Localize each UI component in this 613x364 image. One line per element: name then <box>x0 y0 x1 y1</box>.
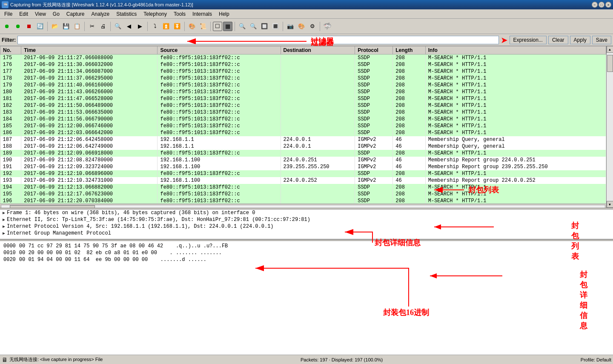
table-cell: 2017-06-09 21:12:06.642749000 <box>21 143 158 150</box>
table-row[interactable]: 1912017-06-09 21:12:09.323724000192.168.… <box>0 163 606 170</box>
half-view-button[interactable]: ▦ <box>223 22 232 31</box>
minimize-button[interactable]: − <box>592 2 598 8</box>
filter-input[interactable] <box>17 36 498 44</box>
preferences-button[interactable]: ⚙ <box>307 21 318 32</box>
table-row[interactable]: 1892017-06-09 21:12:09.066918000fe80::f9… <box>0 150 606 157</box>
h-scrollbar[interactable] <box>1 205 605 208</box>
close-button[interactable]: × <box>605 2 611 8</box>
table-row[interactable]: 1862017-06-09 21:12:03.066642000fe80::f9… <box>0 129 606 136</box>
table-row[interactable]: 1932017-06-09 21:12:10.324731000192.168.… <box>0 177 606 184</box>
table-row[interactable]: 1792017-06-09 21:11:40.066160000fe80::f9… <box>0 82 606 89</box>
menu-analyze[interactable]: Analyze <box>88 10 113 18</box>
table-cell: 176 <box>0 61 21 68</box>
zoom-100-button[interactable]: 🔲 <box>259 21 269 32</box>
table-row[interactable]: 1942017-06-09 21:12:13.066882000fe80::f9… <box>0 184 606 191</box>
menu-statistics[interactable]: Statistics <box>113 10 140 18</box>
table-row[interactable]: 1832017-06-09 21:11:53.066635000fe80::f9… <box>0 109 606 116</box>
table-row[interactable]: 1752017-06-09 21:11:27.066088000fe80::f9… <box>0 54 606 62</box>
scroll-up-button[interactable]: ▲ <box>607 46 613 53</box>
table-cell: fe80::f9f5:1013:183ff02::c <box>158 123 281 129</box>
zoom-in-button[interactable]: 🔍 <box>237 21 247 32</box>
print-button[interactable]: 🖨 <box>98 21 108 32</box>
table-row[interactable]: 1882017-06-09 21:12:06.642749000192.168.… <box>0 143 606 150</box>
table-row[interactable]: 1812017-06-09 21:11:47.066528000fe80::f9… <box>0 95 606 102</box>
close-file-button[interactable]: 📋 <box>72 21 82 32</box>
packet-list-scroll[interactable]: No. Time Source Destination Protocol Len… <box>0 46 606 203</box>
table-row[interactable]: 1762017-06-09 21:11:30.066032000fe80::f9… <box>0 61 606 68</box>
detail-ethernet-text: Ethernet II, Src: Tp-LinkT_75:3f:ae (14:… <box>7 217 310 223</box>
table-row[interactable]: 1782017-06-09 21:11:37.066295000fe80::f9… <box>0 75 606 82</box>
title-bar: 🦈 Capturing from 无线网络连接 [Wireshark 1.12.… <box>0 0 613 9</box>
scroll-thumb[interactable] <box>607 55 613 72</box>
zoom-fit-button[interactable]: 🔳 <box>270 21 281 32</box>
prev-button[interactable]: ◀ <box>124 21 134 32</box>
table-row[interactable]: 1852017-06-09 21:12:00.066746000fe80::f9… <box>0 123 606 129</box>
apply-button[interactable]: Apply <box>570 36 590 44</box>
table-cell: 224.0.0.251 <box>281 157 355 163</box>
expand-icon-igmp[interactable]: ▶ <box>3 231 5 236</box>
scroll-down-button[interactable]: ▼ <box>607 201 613 208</box>
table-row[interactable]: 1962017-06-09 21:12:20.070384000fe80::f9… <box>0 198 606 203</box>
expand-icon-frame[interactable]: ▶ <box>3 210 5 215</box>
expand-icon-ethernet[interactable]: ▶ <box>3 217 5 222</box>
menu-tools[interactable]: Tools <box>170 10 189 18</box>
go-first-button[interactable]: ⏫ <box>161 21 171 32</box>
auto-scroll-button[interactable]: 📜 <box>198 21 208 32</box>
table-row[interactable]: 1822017-06-09 21:11:50.066489000fe80::f9… <box>0 102 606 109</box>
table-cell: fe80::f9f5:1013:183ff02::c <box>158 198 281 203</box>
table-row[interactable]: 1872017-06-09 21:12:06.642458000192.168.… <box>0 136 606 143</box>
open-file-button[interactable]: 📂 <box>50 21 60 32</box>
menu-file[interactable]: File <box>1 10 16 18</box>
start-capture-button[interactable]: ⏺ <box>2 21 12 32</box>
menu-go[interactable]: Go <box>49 10 63 18</box>
detail-row-ip[interactable]: ▶ Internet Protocol Version 4, Src: 192.… <box>0 223 613 230</box>
menu-capture[interactable]: Capture <box>63 10 88 18</box>
menu-edit[interactable]: Edit <box>16 10 32 18</box>
detail-row-igmp[interactable]: ▶ Internet Group Management Protocol <box>0 230 613 237</box>
next-button[interactable]: ▶ <box>135 21 145 32</box>
table-row[interactable]: 1922017-06-09 21:12:10.066896000fe80::f9… <box>0 170 606 177</box>
table-row[interactable]: 1802017-06-09 21:11:43.066266000fe80::f9… <box>0 89 606 95</box>
expand-icon-ip[interactable]: ▶ <box>3 224 5 229</box>
go-to-packet-button[interactable]: ⤵ <box>150 21 160 32</box>
zoom-out-button[interactable]: 🔍 <box>248 21 258 32</box>
save-button[interactable]: Save <box>592 36 611 44</box>
table-cell <box>281 191 355 198</box>
detail-row-frame[interactable]: ▶ Frame 1: 46 bytes on wire (368 bits), … <box>0 209 613 216</box>
table-cell: 2017-06-09 21:11:56.066790000 <box>21 116 158 123</box>
menu-internals[interactable]: Internals <box>189 10 215 18</box>
table-cell: 196 <box>0 198 21 203</box>
normal-view-button[interactable]: ☐ <box>213 22 222 31</box>
h-scroll-area[interactable] <box>0 203 606 208</box>
reload-button[interactable]: ✂ <box>87 21 97 32</box>
h-scrollbar-thumb[interactable] <box>10 205 95 208</box>
table-cell: IGMPv2 <box>355 157 393 163</box>
colorize-button[interactable]: 🎨 <box>187 21 197 32</box>
v-scrollbar[interactable]: ▲ ▼ <box>606 46 613 208</box>
clear-button[interactable]: Clear <box>548 36 568 44</box>
menu-view[interactable]: View <box>32 10 49 18</box>
table-row[interactable]: 1772017-06-09 21:11:34.066087000fe80::f9… <box>0 68 606 75</box>
col-no: No. <box>0 46 21 54</box>
stop-capture-button[interactable]: ⏹ <box>24 21 34 32</box>
menu-help[interactable]: Help <box>215 10 233 18</box>
table-row[interactable]: 1952017-06-09 21:12:17.067623000fe80::f9… <box>0 191 606 198</box>
save-file-button[interactable]: 💾 <box>61 21 71 32</box>
table-cell: 208 <box>393 184 426 191</box>
expression-button[interactable]: Expression... <box>510 36 547 44</box>
table-row[interactable]: 1842017-06-09 21:11:56.066790000fe80::f9… <box>0 116 606 123</box>
find-button[interactable]: 🔍 <box>113 21 123 32</box>
separator-6 <box>210 22 211 31</box>
maximize-button[interactable]: □ <box>599 2 604 8</box>
table-row[interactable]: 1902017-06-09 21:12:08.824780000192.168.… <box>0 157 606 163</box>
menu-telephony[interactable]: Telephony <box>140 10 170 18</box>
colorize-rules-button[interactable]: 🎨 <box>296 21 306 32</box>
detail-row-ethernet[interactable]: ▶ Ethernet II, Src: Tp-LinkT_75:3f:ae (1… <box>0 216 613 223</box>
shark-button[interactable]: 🦈 <box>322 21 332 32</box>
go-last-button[interactable]: ⏬ <box>172 21 182 32</box>
restart-capture-button[interactable]: 🔄 <box>35 21 45 32</box>
scroll-track[interactable] <box>607 53 613 201</box>
status-packets: Packets: 197 · Displayed: 197 (100.0%) <box>301 357 383 362</box>
capture-options-button[interactable]: ⏺ <box>13 21 23 32</box>
capture-filter-button[interactable]: 📷 <box>285 21 295 32</box>
